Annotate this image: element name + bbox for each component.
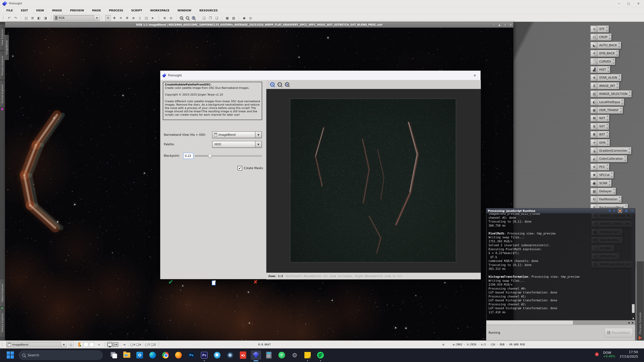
process-icon-DYN_BACK[interactable]: ✛DYN_BACKND	[590, 50, 619, 57]
menu-item-resources[interactable]: RESOURCES	[196, 8, 222, 13]
bring-forward-icon[interactable]: ▢⇑	[144, 342, 150, 348]
outlook-icon[interactable]: O	[134, 351, 145, 360]
zoom-out-icon[interactable]: −	[278, 82, 282, 87]
spotify-icon[interactable]	[315, 351, 326, 360]
dock-tab-view-explorer[interactable]: View Explorer	[0, 25, 4, 50]
preview-edit-icon[interactable]: ❑	[214, 15, 220, 21]
mask-show-icon[interactable]: ▩	[224, 15, 230, 21]
iconize-icon[interactable]: −	[493, 23, 495, 26]
readout-icon[interactable]: ◉	[241, 15, 247, 21]
previous-log-icon[interactable]: ◀▏	[625, 209, 628, 212]
readout-options-icon[interactable]: ◎	[248, 15, 254, 21]
move-tool-icon[interactable]: ✜	[124, 15, 130, 21]
narrowband-view-select[interactable]: ImageBlend ▼	[212, 131, 262, 138]
blackpoint-input[interactable]: 0.22	[183, 153, 193, 159]
process-icon-HIST[interactable]: ▟HISTND	[590, 66, 610, 73]
chevron-down-icon[interactable]: ▼	[94, 15, 100, 21]
process-icon-STF[interactable]: ∿STFND	[590, 25, 609, 32]
close-window-icon[interactable]: ✕	[510, 23, 512, 26]
process-icon-GradientCorrection[interactable]: ◮GradientCorrectionND	[590, 147, 631, 154]
toolbar-grip[interactable]	[50, 15, 52, 20]
panel-tool-icon[interactable]: ▯	[137, 15, 143, 21]
panel-corner-tool-icon[interactable]: ◳	[144, 15, 149, 21]
chevron-down-icon[interactable]: ▼	[255, 132, 262, 138]
menu-item-view[interactable]: VIEW	[32, 8, 48, 13]
menu-item-window[interactable]: WINDOW	[174, 8, 196, 13]
split-right-icon[interactable]: ◨	[42, 15, 48, 21]
process-icon-SXT[interactable]: SSXTND	[590, 123, 609, 130]
scrollbar-thumb[interactable]	[632, 304, 634, 313]
zoom-in-icon[interactable]: +	[270, 82, 274, 87]
pointer-tool-icon[interactable]: ➤	[150, 15, 156, 21]
collapse-icon[interactable]: ▼	[608, 209, 611, 212]
center-tool-icon[interactable]: ⊕	[131, 15, 136, 21]
process-icon-IMAGE_INT[interactable]: ΣIMAGE_INTND	[590, 82, 619, 89]
start-button[interactable]	[7, 352, 14, 359]
shade-icon[interactable]: ▲	[498, 23, 500, 26]
view-selector[interactable]: ImageBlend ▼	[6, 342, 67, 348]
console-vertical-scrollbar[interactable]: ▲	[632, 213, 635, 320]
menu-item-process[interactable]: PROCESS	[105, 8, 127, 13]
duplicate-view-icon[interactable]: ⊞	[30, 15, 36, 21]
dock-tab-object-explorer[interactable]: Object Explorer	[0, 280, 4, 306]
dock-window-icon[interactable]: ⇥	[121, 342, 127, 348]
overflow-chevron[interactable]: »	[98, 343, 100, 347]
photoshop-dark-icon[interactable]: Ps	[186, 351, 196, 360]
close-console-icon[interactable]: ✕	[631, 209, 634, 212]
menu-item-mask[interactable]: MASK	[88, 8, 105, 13]
taskbar-tray[interactable]: 1 DOW +0,48% 17:50 27/10/2025	[595, 350, 638, 359]
foreground-color-swatch[interactable]	[78, 343, 82, 347]
scrollbar-thumb[interactable]	[486, 321, 573, 325]
process-icon-BXT[interactable]: BBXTND	[590, 131, 609, 138]
console-log[interactable]: ImageBlend_preview_OIII_clonedchannel #2…	[486, 213, 635, 320]
menu-item-image[interactable]: IMAGE	[48, 8, 66, 13]
mag-zoom-fit-icon[interactable]	[192, 16, 195, 19]
maximize-icon[interactable]: ▢	[627, 2, 630, 5]
menu-item-script[interactable]: SCRIPT	[127, 8, 146, 13]
mask-invert-icon[interactable]: ▨	[231, 15, 236, 21]
process-console-tab[interactable]: Process Console	[637, 261, 644, 341]
new-preview-icon[interactable]: ❏	[201, 15, 207, 21]
process-icon-HDR_TRANSF[interactable]: ▣HDR_TRANSFND	[590, 107, 623, 114]
toolbar-grip[interactable]	[75, 342, 77, 347]
process-icon-PCC[interactable]: ✷PCCND	[590, 163, 609, 170]
close-view-icon[interactable]: ▢✕	[130, 342, 136, 348]
astro-orb-icon[interactable]	[212, 351, 222, 360]
slider-thumb[interactable]	[208, 154, 212, 158]
edge-icon[interactable]	[148, 351, 158, 360]
crosshair-icon[interactable]: ✛	[442, 343, 444, 347]
process-icon-LocalHistEqua[interactable]: ◐LocalHistEquaND	[590, 98, 624, 106]
alpha-color-swatch[interactable]	[90, 343, 94, 347]
toolbar-grip[interactable]	[104, 342, 106, 347]
menu-item-workspace[interactable]: WORKSPACE	[146, 8, 174, 13]
toolbar-grip[interactable]	[101, 15, 103, 20]
zoom-window-icon[interactable]: +	[504, 23, 506, 26]
process-icon-SCNR[interactable]: ●SCNRND	[590, 180, 612, 187]
redo-icon[interactable]: ↷	[13, 15, 18, 21]
galaxy-app-icon[interactable]	[225, 351, 235, 360]
mag-zoom-in-icon[interactable]: +	[180, 16, 183, 19]
pan-tool-icon[interactable]: ✛	[105, 15, 111, 21]
palette-select[interactable]: HOO ▼	[212, 141, 262, 148]
menu-item-file[interactable]: FILE	[2, 8, 17, 13]
toolbar-grip[interactable]	[2, 15, 4, 20]
console-titlebar[interactable]: Processing: JavaScript Runtime ▼↕◀▏✕	[486, 208, 635, 213]
chrome-icon[interactable]	[160, 351, 171, 360]
firefox-icon[interactable]	[173, 351, 184, 360]
contract-tool-icon[interactable]: ✕	[118, 15, 124, 21]
close-all-views-icon[interactable]: ❏✕	[136, 342, 142, 348]
close-icon[interactable]: ✕	[637, 2, 640, 5]
resize-icon[interactable]: ↕	[613, 209, 616, 212]
cascade-windows-icon[interactable]: ❏⇕	[150, 342, 156, 348]
chevron-down-icon[interactable]: ▼	[61, 342, 66, 347]
process-icon-CURVES[interactable]: ⌒CURVESND	[590, 58, 615, 65]
blackpoint-slider[interactable]	[195, 155, 262, 157]
notification-badge[interactable]: 1	[595, 353, 599, 356]
toolbar-grip[interactable]	[158, 342, 160, 347]
split-left-icon[interactable]: ◧	[36, 15, 42, 21]
console-horizontal-scrollbar[interactable]: ◀▶	[486, 320, 635, 325]
process-icon-GHS[interactable]: ✦GHSND	[590, 139, 610, 146]
process-icon-FastRotation[interactable]: ↻FastRotationND	[590, 196, 622, 203]
dialog-close-icon[interactable]: ✕	[474, 73, 480, 77]
new-image-icon[interactable]: ◫	[23, 15, 29, 21]
